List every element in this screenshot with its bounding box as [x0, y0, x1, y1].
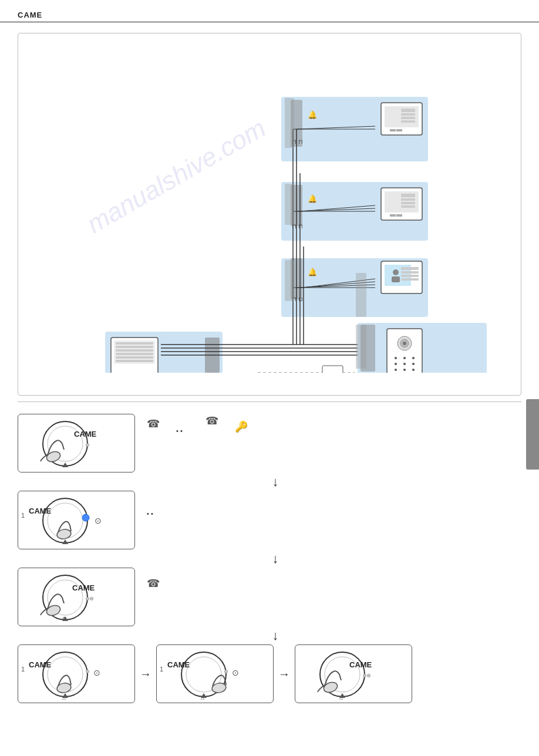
svg-text:• •: • •: [176, 427, 183, 434]
step-4a-box: 1 CAME ⊙ △: [18, 644, 135, 703]
page-header: CAME: [0, 0, 539, 22]
svg-point-44: [412, 357, 415, 359]
svg-rect-84: [356, 325, 366, 369]
svg-point-110: [90, 597, 93, 600]
svg-rect-34: [401, 278, 419, 281]
right-text-svg-2: • •: [141, 490, 270, 548]
svg-point-107: [45, 603, 62, 617]
svg-text:CAME: CAME: [72, 583, 95, 592]
svg-text:⊙: ⊙: [232, 668, 239, 677]
step-4a-svg: 1 CAME ⊙ △: [18, 645, 135, 703]
svg-rect-22: [401, 202, 415, 204]
step-3-row: CAME A ☎: [18, 566, 521, 627]
svg-rect-7: [390, 129, 396, 131]
svg-text:⊙: ⊙: [95, 516, 102, 525]
svg-rect-59: [116, 360, 153, 362]
svg-rect-12: [401, 120, 415, 123]
right-text-3: ☎: [141, 566, 270, 627]
arrow-down-2: ↓: [29, 552, 521, 565]
step-4b-box: 1 CAME ⊙ △: [156, 644, 274, 703]
svg-point-46: [403, 363, 406, 365]
step-2-row: 1 CAME ⊙ • •: [18, 490, 521, 550]
step-3-svg: CAME A: [18, 568, 135, 626]
svg-text:🔔: 🔔: [308, 194, 318, 204]
arrow-right-1: →: [140, 667, 151, 681]
svg-rect-57: [116, 353, 153, 355]
svg-text:🔔: 🔔: [308, 110, 318, 120]
right-text-svg-3: ☎: [141, 566, 270, 625]
svg-rect-58: [116, 356, 153, 359]
svg-rect-83: [285, 260, 294, 301]
arrow-right-2: →: [278, 667, 290, 681]
svg-point-45: [395, 363, 397, 365]
svg-point-43: [403, 357, 406, 359]
svg-rect-55: [116, 346, 153, 348]
svg-rect-32: [401, 271, 419, 274]
svg-rect-81: [285, 98, 294, 148]
arrow-down-3: ↓: [29, 629, 521, 642]
svg-text:🔔: 🔔: [308, 267, 318, 277]
svg-point-100: [82, 514, 89, 521]
svg-rect-9: [401, 109, 415, 112]
svg-point-109: [86, 597, 89, 600]
right-text-2: • •: [141, 490, 270, 550]
svg-rect-30: [392, 276, 400, 282]
svg-rect-31: [401, 267, 419, 270]
svg-text:CAME: CAME: [29, 660, 52, 669]
svg-rect-56: [116, 349, 153, 352]
right-text-svg-1: ☎ • • ☎ 🔑: [141, 413, 270, 471]
svg-rect-21: [401, 198, 415, 201]
step-4c-svg: CAME △: [295, 645, 412, 703]
svg-point-137: [368, 674, 370, 677]
diagram-svg: 🔔 ⊓ ⊓ 🔔 ⊓ ⊓: [29, 44, 521, 373]
svg-point-42: [395, 357, 397, 359]
svg-text:△: △: [201, 695, 205, 700]
svg-point-50: [412, 369, 415, 371]
svg-rect-11: [401, 117, 415, 119]
svg-text:• •: • •: [147, 510, 153, 517]
svg-rect-54: [116, 342, 153, 345]
svg-point-41: [403, 342, 406, 345]
svg-text:⊙: ⊙: [93, 668, 100, 677]
svg-rect-82: [285, 184, 294, 225]
section-divider: [18, 401, 521, 402]
step-4b-svg: 1 CAME ⊙ △: [157, 645, 274, 703]
sidebar-tab: [526, 399, 539, 470]
svg-point-48: [395, 369, 397, 371]
step-4-row: 1 CAME ⊙ △ → 1 CAME ⊙: [18, 644, 521, 703]
step-4c-box: CAME △: [295, 644, 412, 703]
steps-section: CAME ☎ • • ☎ 🔑 ↓ 1 CAME: [0, 407, 539, 709]
svg-text:CAME: CAME: [349, 660, 372, 669]
step-2-svg: 1 CAME ⊙: [18, 491, 135, 549]
step-1-box: CAME: [18, 414, 135, 473]
svg-rect-18: [390, 214, 396, 217]
svg-text:☎: ☎: [206, 415, 218, 427]
svg-text:1: 1: [21, 666, 25, 673]
svg-rect-80: [322, 366, 343, 373]
svg-text:CAME: CAME: [167, 660, 190, 669]
step-3-box: CAME A: [18, 568, 135, 626]
svg-point-136: [363, 674, 366, 677]
svg-point-47: [412, 363, 415, 365]
svg-text:△: △: [62, 695, 66, 700]
svg-rect-19: [396, 214, 402, 217]
svg-text:1: 1: [21, 512, 25, 519]
svg-text:☎: ☎: [147, 578, 160, 589]
svg-rect-85: [356, 273, 366, 317]
svg-text:🔑: 🔑: [235, 420, 248, 433]
header-brand: CAME: [18, 11, 42, 19]
svg-point-127: [225, 670, 228, 673]
svg-rect-10: [401, 113, 415, 116]
step-2-box: 1 CAME ⊙: [18, 491, 135, 549]
diagram-section: manualshive.com 🔔: [18, 33, 521, 396]
svg-rect-33: [401, 275, 419, 277]
right-text-1: ☎ • • ☎ 🔑: [141, 413, 270, 473]
step-1-row: CAME ☎ • • ☎ 🔑: [18, 413, 521, 473]
svg-point-118: [86, 670, 89, 673]
svg-text:△: △: [339, 695, 343, 700]
svg-text:☎: ☎: [147, 418, 160, 430]
arrow-down-1: ↓: [29, 475, 521, 488]
svg-rect-23: [401, 205, 415, 208]
wiring-diagram: manualshive.com 🔔: [29, 44, 510, 384]
svg-point-90: [86, 443, 89, 446]
